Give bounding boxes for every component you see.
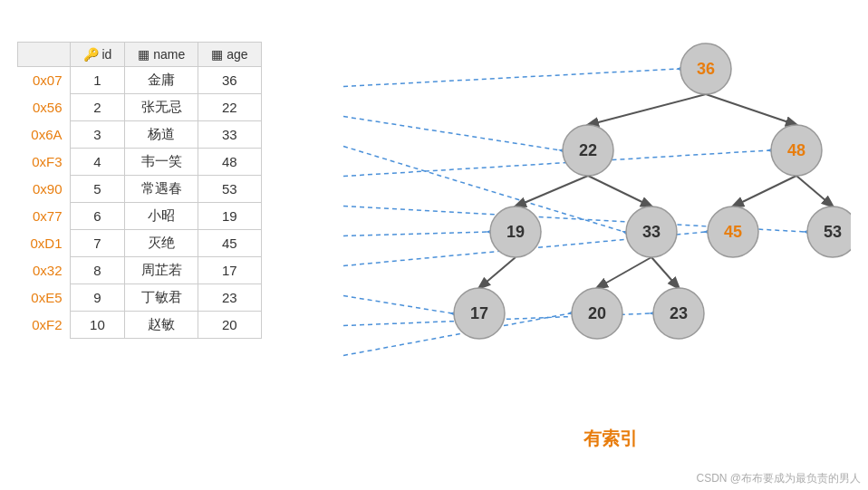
row-age: 19 [198, 202, 261, 229]
row-id: 4 [70, 148, 125, 175]
row-name: 韦一笑 [125, 148, 198, 175]
row-id: 10 [70, 311, 125, 338]
svg-line-0 [588, 94, 706, 125]
row-addr: 0xD1 [18, 229, 71, 256]
svg-text:19: 19 [506, 223, 525, 241]
row-name: 杨道 [125, 120, 198, 148]
row-id: 7 [70, 229, 125, 256]
table-row: 0x6A 3 杨道 33 [18, 120, 262, 148]
table-row: 0xD1 7 灭绝 45 [18, 229, 262, 256]
table-row: 0x32 8 周芷若 17 [18, 256, 262, 283]
index-label: 有索引 [371, 427, 851, 451]
svg-line-6 [479, 257, 516, 288]
row-age: 22 [198, 93, 261, 120]
svg-line-7 [597, 257, 651, 288]
row-id: 2 [70, 93, 125, 120]
row-addr: 0x77 [18, 202, 71, 229]
row-addr: 0x07 [18, 66, 71, 93]
tree-section: 36224819334553172023 [371, 24, 851, 431]
row-id: 8 [70, 256, 125, 283]
svg-line-2 [516, 176, 588, 207]
svg-text:53: 53 [824, 223, 842, 241]
svg-text:36: 36 [697, 60, 715, 78]
svg-text:23: 23 [670, 304, 688, 322]
row-age: 36 [198, 66, 261, 93]
table-row: 0x90 5 常遇春 53 [18, 175, 262, 202]
row-name: 张无忌 [125, 93, 198, 120]
table-row: 0xE5 9 丁敏君 23 [18, 283, 262, 311]
row-age: 53 [198, 175, 261, 202]
watermark: CSDN @布布要成为最负责的男人 [696, 471, 861, 486]
table-row: 0xF3 4 韦一笑 48 [18, 148, 262, 175]
row-addr: 0xF2 [18, 311, 71, 338]
row-name: 丁敏君 [125, 283, 198, 311]
row-age: 23 [198, 283, 261, 311]
row-id: 6 [70, 202, 125, 229]
row-addr: 0x32 [18, 256, 71, 283]
svg-line-4 [733, 176, 796, 207]
svg-text:33: 33 [642, 223, 661, 241]
row-age: 33 [198, 120, 261, 148]
svg-line-5 [796, 176, 833, 207]
row-age: 48 [198, 148, 261, 175]
row-id: 9 [70, 283, 125, 311]
tree-svg: 36224819334553172023 [371, 24, 851, 413]
row-addr: 0x6A [18, 120, 71, 148]
row-age: 17 [198, 256, 261, 283]
data-table: 🔑 id ▦ name ▦ age 0x07 1 金庸 36 0x56 2 张无… [17, 42, 262, 339]
row-age: 20 [198, 311, 261, 338]
row-name: 常遇春 [125, 175, 198, 202]
row-name: 灭绝 [125, 229, 198, 256]
table-row: 0x77 6 小昭 19 [18, 202, 262, 229]
svg-line-8 [651, 257, 679, 288]
table-row: 0x07 1 金庸 36 [18, 66, 262, 93]
row-id: 3 [70, 120, 125, 148]
table-row: 0x56 2 张无忌 22 [18, 93, 262, 120]
row-name: 赵敏 [125, 311, 198, 338]
row-name: 小昭 [125, 202, 198, 229]
col-header-age: ▦ age [198, 42, 261, 66]
col-header-name: ▦ name [125, 42, 198, 66]
main-container: 🔑 id ▦ name ▦ age 0x07 1 金庸 36 0x56 2 张无… [0, 0, 868, 490]
row-id: 5 [70, 175, 125, 202]
row-id: 1 [70, 66, 125, 93]
svg-text:20: 20 [588, 304, 606, 322]
row-addr: 0xF3 [18, 148, 71, 175]
col-header-id: 🔑 id [70, 42, 125, 66]
row-age: 45 [198, 229, 261, 256]
svg-text:48: 48 [787, 141, 805, 159]
table-section: 🔑 id ▦ name ▦ age 0x07 1 金庸 36 0x56 2 张无… [17, 42, 262, 339]
svg-text:45: 45 [724, 223, 742, 241]
content-area: 🔑 id ▦ name ▦ age 0x07 1 金庸 36 0x56 2 张无… [17, 24, 851, 467]
svg-text:22: 22 [579, 141, 597, 159]
row-addr: 0xE5 [18, 283, 71, 311]
svg-text:17: 17 [470, 304, 488, 322]
table-row: 0xF2 10 赵敏 20 [18, 311, 262, 338]
row-name: 金庸 [125, 66, 198, 93]
svg-line-1 [706, 94, 796, 125]
row-addr: 0x90 [18, 175, 71, 202]
row-addr: 0x56 [18, 93, 71, 120]
row-name: 周芷若 [125, 256, 198, 283]
svg-line-3 [588, 176, 651, 207]
